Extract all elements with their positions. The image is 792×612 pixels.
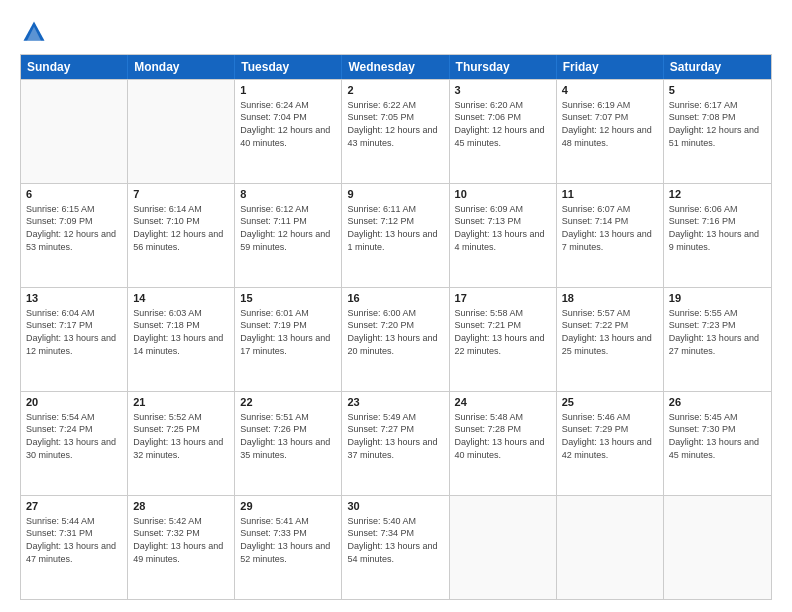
header — [20, 18, 772, 46]
day-number: 18 — [562, 291, 658, 306]
calendar-cell: 26Sunrise: 5:45 AM Sunset: 7:30 PM Dayli… — [664, 392, 771, 495]
calendar-cell: 27Sunrise: 5:44 AM Sunset: 7:31 PM Dayli… — [21, 496, 128, 599]
day-number: 4 — [562, 83, 658, 98]
calendar-cell: 22Sunrise: 5:51 AM Sunset: 7:26 PM Dayli… — [235, 392, 342, 495]
calendar-cell — [450, 496, 557, 599]
day-number: 26 — [669, 395, 766, 410]
calendar-week: 27Sunrise: 5:44 AM Sunset: 7:31 PM Dayli… — [21, 495, 771, 599]
day-number: 5 — [669, 83, 766, 98]
calendar-cell: 11Sunrise: 6:07 AM Sunset: 7:14 PM Dayli… — [557, 184, 664, 287]
calendar-cell — [128, 80, 235, 183]
day-number: 29 — [240, 499, 336, 514]
day-number: 8 — [240, 187, 336, 202]
calendar-cell: 2Sunrise: 6:22 AM Sunset: 7:05 PM Daylig… — [342, 80, 449, 183]
day-info: Sunrise: 5:45 AM Sunset: 7:30 PM Dayligh… — [669, 411, 766, 461]
day-number: 7 — [133, 187, 229, 202]
calendar-header-cell: Tuesday — [235, 55, 342, 79]
day-number: 20 — [26, 395, 122, 410]
day-info: Sunrise: 5:41 AM Sunset: 7:33 PM Dayligh… — [240, 515, 336, 565]
day-number: 17 — [455, 291, 551, 306]
calendar-header-cell: Wednesday — [342, 55, 449, 79]
calendar-cell: 10Sunrise: 6:09 AM Sunset: 7:13 PM Dayli… — [450, 184, 557, 287]
calendar-cell: 9Sunrise: 6:11 AM Sunset: 7:12 PM Daylig… — [342, 184, 449, 287]
day-info: Sunrise: 6:19 AM Sunset: 7:07 PM Dayligh… — [562, 99, 658, 149]
calendar-cell: 24Sunrise: 5:48 AM Sunset: 7:28 PM Dayli… — [450, 392, 557, 495]
calendar-cell: 19Sunrise: 5:55 AM Sunset: 7:23 PM Dayli… — [664, 288, 771, 391]
day-info: Sunrise: 6:14 AM Sunset: 7:10 PM Dayligh… — [133, 203, 229, 253]
calendar: SundayMondayTuesdayWednesdayThursdayFrid… — [20, 54, 772, 600]
calendar-week: 6Sunrise: 6:15 AM Sunset: 7:09 PM Daylig… — [21, 183, 771, 287]
calendar-cell: 7Sunrise: 6:14 AM Sunset: 7:10 PM Daylig… — [128, 184, 235, 287]
calendar-cell — [557, 496, 664, 599]
day-info: Sunrise: 5:54 AM Sunset: 7:24 PM Dayligh… — [26, 411, 122, 461]
calendar-cell: 6Sunrise: 6:15 AM Sunset: 7:09 PM Daylig… — [21, 184, 128, 287]
calendar-header-cell: Friday — [557, 55, 664, 79]
calendar-body: 1Sunrise: 6:24 AM Sunset: 7:04 PM Daylig… — [21, 79, 771, 599]
day-number: 10 — [455, 187, 551, 202]
calendar-cell: 30Sunrise: 5:40 AM Sunset: 7:34 PM Dayli… — [342, 496, 449, 599]
day-info: Sunrise: 6:20 AM Sunset: 7:06 PM Dayligh… — [455, 99, 551, 149]
day-info: Sunrise: 6:00 AM Sunset: 7:20 PM Dayligh… — [347, 307, 443, 357]
day-number: 24 — [455, 395, 551, 410]
day-info: Sunrise: 6:11 AM Sunset: 7:12 PM Dayligh… — [347, 203, 443, 253]
calendar-cell: 20Sunrise: 5:54 AM Sunset: 7:24 PM Dayli… — [21, 392, 128, 495]
day-info: Sunrise: 6:24 AM Sunset: 7:04 PM Dayligh… — [240, 99, 336, 149]
calendar-cell: 28Sunrise: 5:42 AM Sunset: 7:32 PM Dayli… — [128, 496, 235, 599]
calendar-header-cell: Monday — [128, 55, 235, 79]
calendar-cell — [21, 80, 128, 183]
calendar-header-cell: Saturday — [664, 55, 771, 79]
logo-icon — [20, 18, 48, 46]
day-info: Sunrise: 6:09 AM Sunset: 7:13 PM Dayligh… — [455, 203, 551, 253]
calendar-cell: 4Sunrise: 6:19 AM Sunset: 7:07 PM Daylig… — [557, 80, 664, 183]
day-number: 12 — [669, 187, 766, 202]
day-info: Sunrise: 6:03 AM Sunset: 7:18 PM Dayligh… — [133, 307, 229, 357]
day-info: Sunrise: 5:51 AM Sunset: 7:26 PM Dayligh… — [240, 411, 336, 461]
calendar-cell: 17Sunrise: 5:58 AM Sunset: 7:21 PM Dayli… — [450, 288, 557, 391]
day-info: Sunrise: 5:46 AM Sunset: 7:29 PM Dayligh… — [562, 411, 658, 461]
day-info: Sunrise: 5:44 AM Sunset: 7:31 PM Dayligh… — [26, 515, 122, 565]
day-number: 15 — [240, 291, 336, 306]
calendar-header-cell: Sunday — [21, 55, 128, 79]
day-info: Sunrise: 5:40 AM Sunset: 7:34 PM Dayligh… — [347, 515, 443, 565]
day-info: Sunrise: 6:04 AM Sunset: 7:17 PM Dayligh… — [26, 307, 122, 357]
calendar-week: 20Sunrise: 5:54 AM Sunset: 7:24 PM Dayli… — [21, 391, 771, 495]
calendar-week: 13Sunrise: 6:04 AM Sunset: 7:17 PM Dayli… — [21, 287, 771, 391]
day-info: Sunrise: 5:49 AM Sunset: 7:27 PM Dayligh… — [347, 411, 443, 461]
calendar-header-cell: Thursday — [450, 55, 557, 79]
day-number: 16 — [347, 291, 443, 306]
day-number: 27 — [26, 499, 122, 514]
day-info: Sunrise: 5:52 AM Sunset: 7:25 PM Dayligh… — [133, 411, 229, 461]
day-number: 28 — [133, 499, 229, 514]
calendar-cell: 16Sunrise: 6:00 AM Sunset: 7:20 PM Dayli… — [342, 288, 449, 391]
day-number: 13 — [26, 291, 122, 306]
day-info: Sunrise: 6:01 AM Sunset: 7:19 PM Dayligh… — [240, 307, 336, 357]
day-number: 22 — [240, 395, 336, 410]
day-number: 2 — [347, 83, 443, 98]
calendar-cell: 12Sunrise: 6:06 AM Sunset: 7:16 PM Dayli… — [664, 184, 771, 287]
day-info: Sunrise: 6:17 AM Sunset: 7:08 PM Dayligh… — [669, 99, 766, 149]
calendar-cell: 14Sunrise: 6:03 AM Sunset: 7:18 PM Dayli… — [128, 288, 235, 391]
calendar-cell: 13Sunrise: 6:04 AM Sunset: 7:17 PM Dayli… — [21, 288, 128, 391]
day-number: 6 — [26, 187, 122, 202]
day-info: Sunrise: 6:12 AM Sunset: 7:11 PM Dayligh… — [240, 203, 336, 253]
day-info: Sunrise: 5:55 AM Sunset: 7:23 PM Dayligh… — [669, 307, 766, 357]
calendar-week: 1Sunrise: 6:24 AM Sunset: 7:04 PM Daylig… — [21, 79, 771, 183]
day-info: Sunrise: 6:07 AM Sunset: 7:14 PM Dayligh… — [562, 203, 658, 253]
calendar-cell: 25Sunrise: 5:46 AM Sunset: 7:29 PM Dayli… — [557, 392, 664, 495]
day-number: 3 — [455, 83, 551, 98]
calendar-cell: 23Sunrise: 5:49 AM Sunset: 7:27 PM Dayli… — [342, 392, 449, 495]
calendar-cell — [664, 496, 771, 599]
calendar-cell: 18Sunrise: 5:57 AM Sunset: 7:22 PM Dayli… — [557, 288, 664, 391]
day-number: 14 — [133, 291, 229, 306]
calendar-cell: 5Sunrise: 6:17 AM Sunset: 7:08 PM Daylig… — [664, 80, 771, 183]
logo — [20, 18, 52, 46]
day-number: 23 — [347, 395, 443, 410]
day-info: Sunrise: 6:22 AM Sunset: 7:05 PM Dayligh… — [347, 99, 443, 149]
day-info: Sunrise: 5:58 AM Sunset: 7:21 PM Dayligh… — [455, 307, 551, 357]
calendar-cell: 29Sunrise: 5:41 AM Sunset: 7:33 PM Dayli… — [235, 496, 342, 599]
day-info: Sunrise: 5:57 AM Sunset: 7:22 PM Dayligh… — [562, 307, 658, 357]
calendar-cell: 1Sunrise: 6:24 AM Sunset: 7:04 PM Daylig… — [235, 80, 342, 183]
day-info: Sunrise: 5:48 AM Sunset: 7:28 PM Dayligh… — [455, 411, 551, 461]
day-number: 11 — [562, 187, 658, 202]
day-number: 30 — [347, 499, 443, 514]
